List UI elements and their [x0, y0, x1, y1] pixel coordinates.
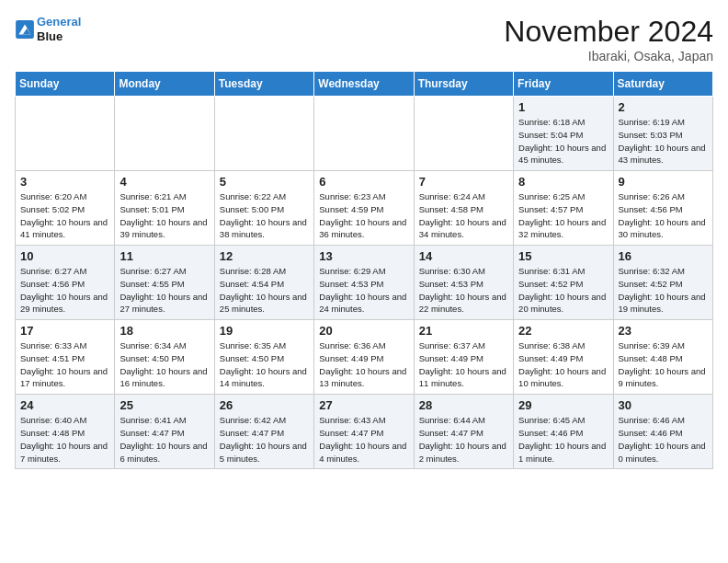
day-number: 3	[20, 175, 109, 189]
day-number: 8	[518, 175, 608, 189]
calendar-cell: 18Sunrise: 6:34 AM Sunset: 4:50 PM Dayli…	[115, 320, 214, 395]
calendar-cell: 5Sunrise: 6:22 AM Sunset: 5:00 PM Daylig…	[214, 171, 313, 246]
day-info: Sunrise: 6:42 AM Sunset: 4:47 PM Dayligh…	[220, 414, 309, 465]
calendar-cell: 3Sunrise: 6:20 AM Sunset: 5:02 PM Daylig…	[16, 171, 115, 246]
day-number: 15	[518, 249, 608, 263]
weekday-header: Tuesday	[214, 72, 313, 97]
calendar-week-row: 10Sunrise: 6:27 AM Sunset: 4:56 PM Dayli…	[16, 246, 713, 320]
calendar-cell: 20Sunrise: 6:36 AM Sunset: 4:49 PM Dayli…	[314, 320, 414, 395]
day-info: Sunrise: 6:36 AM Sunset: 4:49 PM Dayligh…	[319, 339, 408, 390]
day-number: 17	[20, 324, 109, 338]
day-info: Sunrise: 6:27 AM Sunset: 4:55 PM Dayligh…	[119, 265, 209, 316]
day-info: Sunrise: 6:23 AM Sunset: 4:59 PM Dayligh…	[319, 190, 408, 241]
day-info: Sunrise: 6:27 AM Sunset: 4:56 PM Dayligh…	[20, 265, 109, 316]
day-info: Sunrise: 6:46 AM Sunset: 4:46 PM Dayligh…	[619, 414, 708, 465]
day-number: 19	[220, 324, 309, 338]
calendar-cell	[314, 97, 414, 171]
day-info: Sunrise: 6:29 AM Sunset: 4:53 PM Dayligh…	[319, 265, 408, 316]
day-number: 16	[619, 249, 708, 263]
day-number: 11	[119, 249, 209, 263]
day-info: Sunrise: 6:25 AM Sunset: 4:57 PM Dayligh…	[518, 190, 608, 241]
calendar-cell: 1Sunrise: 6:18 AM Sunset: 5:04 PM Daylig…	[514, 97, 613, 171]
day-info: Sunrise: 6:35 AM Sunset: 4:50 PM Dayligh…	[220, 339, 309, 390]
calendar-cell: 28Sunrise: 6:44 AM Sunset: 4:47 PM Dayli…	[414, 395, 513, 469]
calendar-week-row: 24Sunrise: 6:40 AM Sunset: 4:48 PM Dayli…	[16, 395, 713, 469]
calendar-cell: 17Sunrise: 6:33 AM Sunset: 4:51 PM Dayli…	[16, 320, 115, 395]
day-number: 20	[319, 324, 408, 338]
calendar-cell: 27Sunrise: 6:43 AM Sunset: 4:47 PM Dayli…	[314, 395, 414, 469]
calendar-cell: 26Sunrise: 6:42 AM Sunset: 4:47 PM Dayli…	[214, 395, 313, 469]
day-number: 2	[619, 100, 708, 114]
page-header: General Blue November 2024 Ibaraki, Osak…	[15, 15, 713, 63]
day-info: Sunrise: 6:31 AM Sunset: 4:52 PM Dayligh…	[518, 265, 608, 316]
calendar-cell: 13Sunrise: 6:29 AM Sunset: 4:53 PM Dayli…	[314, 246, 414, 320]
day-info: Sunrise: 6:28 AM Sunset: 4:54 PM Dayligh…	[220, 265, 309, 316]
day-info: Sunrise: 6:40 AM Sunset: 4:48 PM Dayligh…	[20, 414, 109, 465]
calendar-cell: 14Sunrise: 6:30 AM Sunset: 4:53 PM Dayli…	[414, 246, 513, 320]
day-info: Sunrise: 6:39 AM Sunset: 4:48 PM Dayligh…	[619, 339, 708, 390]
weekday-header: Saturday	[613, 72, 712, 97]
calendar-cell: 30Sunrise: 6:46 AM Sunset: 4:46 PM Dayli…	[613, 395, 712, 469]
calendar-cell: 8Sunrise: 6:25 AM Sunset: 4:57 PM Daylig…	[514, 171, 613, 246]
calendar-week-row: 17Sunrise: 6:33 AM Sunset: 4:51 PM Dayli…	[16, 320, 713, 395]
day-info: Sunrise: 6:45 AM Sunset: 4:46 PM Dayligh…	[518, 414, 608, 465]
day-info: Sunrise: 6:18 AM Sunset: 5:04 PM Dayligh…	[518, 116, 608, 167]
day-info: Sunrise: 6:37 AM Sunset: 4:49 PM Dayligh…	[419, 339, 508, 390]
day-info: Sunrise: 6:32 AM Sunset: 4:52 PM Dayligh…	[619, 265, 708, 316]
title-block: November 2024 Ibaraki, Osaka, Japan	[504, 15, 713, 63]
logo-icon	[15, 19, 35, 40]
day-info: Sunrise: 6:30 AM Sunset: 4:53 PM Dayligh…	[419, 265, 508, 316]
calendar-cell	[16, 97, 115, 171]
day-number: 26	[220, 398, 309, 412]
calendar-cell: 21Sunrise: 6:37 AM Sunset: 4:49 PM Dayli…	[414, 320, 513, 395]
day-number: 14	[419, 249, 508, 263]
logo-text: General Blue	[37, 15, 81, 43]
calendar-week-row: 3Sunrise: 6:20 AM Sunset: 5:02 PM Daylig…	[16, 171, 713, 246]
calendar-cell: 16Sunrise: 6:32 AM Sunset: 4:52 PM Dayli…	[613, 246, 712, 320]
calendar-cell: 24Sunrise: 6:40 AM Sunset: 4:48 PM Dayli…	[16, 395, 115, 469]
day-number: 12	[220, 249, 309, 263]
day-number: 25	[119, 398, 209, 412]
day-info: Sunrise: 6:33 AM Sunset: 4:51 PM Dayligh…	[20, 339, 109, 390]
day-info: Sunrise: 6:22 AM Sunset: 5:00 PM Dayligh…	[220, 190, 309, 241]
day-number: 22	[518, 324, 608, 338]
calendar-week-row: 1Sunrise: 6:18 AM Sunset: 5:04 PM Daylig…	[16, 97, 713, 171]
calendar-body: 1Sunrise: 6:18 AM Sunset: 5:04 PM Daylig…	[16, 97, 713, 469]
day-info: Sunrise: 6:21 AM Sunset: 5:01 PM Dayligh…	[119, 190, 209, 241]
weekday-header: Monday	[115, 72, 214, 97]
day-number: 1	[518, 100, 608, 114]
weekday-header: Wednesday	[314, 72, 414, 97]
calendar-cell: 15Sunrise: 6:31 AM Sunset: 4:52 PM Dayli…	[514, 246, 613, 320]
day-number: 5	[220, 175, 309, 189]
day-number: 28	[419, 398, 508, 412]
day-number: 27	[319, 398, 408, 412]
calendar-cell: 22Sunrise: 6:38 AM Sunset: 4:49 PM Dayli…	[514, 320, 613, 395]
calendar-table: SundayMondayTuesdayWednesdayThursdayFrid…	[15, 71, 713, 469]
day-info: Sunrise: 6:20 AM Sunset: 5:02 PM Dayligh…	[20, 190, 109, 241]
calendar-cell	[115, 97, 214, 171]
calendar-cell: 29Sunrise: 6:45 AM Sunset: 4:46 PM Dayli…	[514, 395, 613, 469]
month-title: November 2024	[504, 15, 713, 49]
location: Ibaraki, Osaka, Japan	[504, 49, 713, 63]
day-number: 9	[619, 175, 708, 189]
calendar-cell: 11Sunrise: 6:27 AM Sunset: 4:55 PM Dayli…	[115, 246, 214, 320]
day-info: Sunrise: 6:41 AM Sunset: 4:47 PM Dayligh…	[119, 414, 209, 465]
calendar-cell: 7Sunrise: 6:24 AM Sunset: 4:58 PM Daylig…	[414, 171, 513, 246]
day-number: 18	[119, 324, 209, 338]
day-info: Sunrise: 6:26 AM Sunset: 4:56 PM Dayligh…	[619, 190, 708, 241]
calendar-cell: 4Sunrise: 6:21 AM Sunset: 5:01 PM Daylig…	[115, 171, 214, 246]
calendar-cell	[414, 97, 513, 171]
day-number: 4	[119, 175, 209, 189]
calendar-cell: 12Sunrise: 6:28 AM Sunset: 4:54 PM Dayli…	[214, 246, 313, 320]
day-number: 13	[319, 249, 408, 263]
day-info: Sunrise: 6:19 AM Sunset: 5:03 PM Dayligh…	[619, 116, 708, 167]
day-info: Sunrise: 6:34 AM Sunset: 4:50 PM Dayligh…	[119, 339, 209, 390]
weekday-header: Friday	[514, 72, 613, 97]
calendar-cell: 25Sunrise: 6:41 AM Sunset: 4:47 PM Dayli…	[115, 395, 214, 469]
day-info: Sunrise: 6:24 AM Sunset: 4:58 PM Dayligh…	[419, 190, 508, 241]
day-number: 24	[20, 398, 109, 412]
weekday-header: Sunday	[16, 72, 115, 97]
day-number: 10	[20, 249, 109, 263]
calendar-cell: 10Sunrise: 6:27 AM Sunset: 4:56 PM Dayli…	[16, 246, 115, 320]
day-number: 21	[419, 324, 508, 338]
